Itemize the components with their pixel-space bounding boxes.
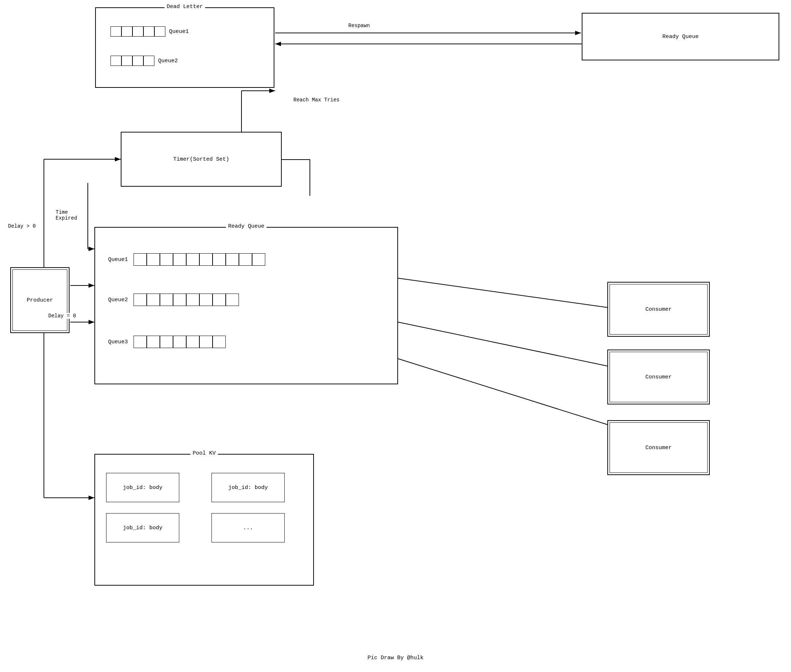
dead-letter-box: Dead Letter Queue1 Queue2 [95, 7, 275, 88]
dead-letter-title: Dead Letter [164, 4, 205, 10]
ready-queue-main-title: Ready Queue [226, 223, 266, 229]
consumer1-box: Consumer [607, 282, 710, 337]
consumer3-label: Consumer [646, 445, 672, 451]
svg-line-15 [398, 322, 607, 366]
consumer2-label: Consumer [646, 374, 672, 380]
timer-box: Timer(Sorted Set) [121, 132, 282, 187]
dead-letter-queue1-label: Queue1 [169, 29, 189, 35]
dead-letter-queue2-cells [110, 56, 154, 66]
pool-kv-title: Pool KV [190, 450, 218, 456]
rq-queue2-cells [134, 294, 239, 306]
delay-gt-0-label: Delay > 0 [7, 223, 37, 229]
respawn-label: Respawn [348, 23, 371, 29]
pool-kv-item1: job_id: body [106, 473, 179, 502]
svg-line-14 [398, 278, 607, 307]
rq-queue2-label: Queue2 [106, 297, 130, 303]
time-expired-label: TimeExpired [55, 210, 78, 221]
ready-queue-top-label: Ready Queue [662, 34, 698, 40]
pool-kv-item3: job_id: body [106, 513, 179, 542]
consumer1-label: Consumer [646, 306, 672, 313]
rq-queue1-cells [134, 253, 265, 266]
ready-queue-main-box: Ready Queue Queue1 Queue2 Queue3 [94, 227, 398, 384]
producer-box: Producer [10, 267, 70, 333]
dead-letter-queue2-label: Queue2 [158, 58, 178, 64]
rq-queue3-label: Queue3 [106, 339, 130, 345]
consumer2-box: Consumer [607, 350, 710, 405]
consumer3-box: Consumer [607, 420, 710, 475]
diagram-container: Dead Letter Queue1 Queue2 Ready Queue Re… [0, 0, 791, 672]
pool-kv-item2: job_id: body [211, 473, 284, 502]
rq-queue1-label: Queue1 [106, 257, 130, 263]
footer-label: Pic Draw By @hulk [368, 655, 423, 661]
svg-line-16 [398, 359, 607, 425]
ready-queue-top-box: Ready Queue [582, 13, 779, 61]
delay-eq-0-label: Delay = 0 [48, 313, 77, 319]
pool-kv-box: Pool KV job_id: body job_id: body job_id… [94, 454, 314, 586]
dead-letter-queue1-cells [110, 26, 165, 37]
producer-label: Producer [27, 297, 53, 303]
pool-kv-item4: ... [211, 513, 284, 542]
timer-label: Timer(Sorted Set) [173, 156, 229, 163]
reach-max-tries-label: Reach Max Tries [293, 97, 340, 103]
rq-queue3-cells [134, 336, 226, 348]
